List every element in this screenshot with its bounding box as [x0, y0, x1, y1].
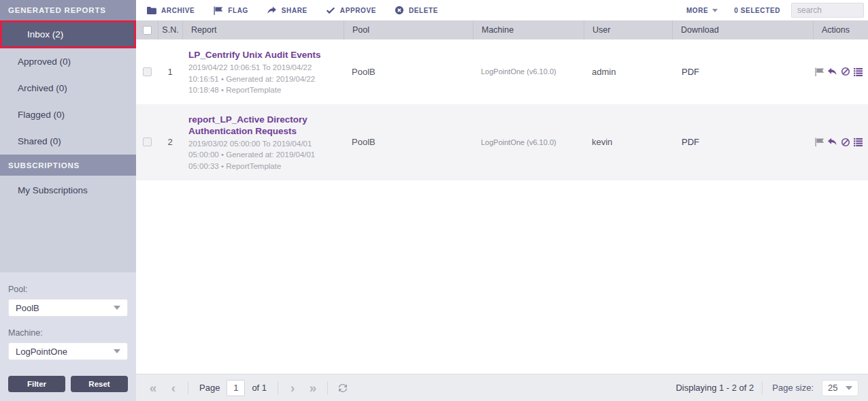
share-label: SHARE	[282, 7, 307, 14]
download-pdf-link[interactable]: PDF	[672, 104, 813, 180]
select-all-cell	[136, 20, 158, 39]
delete-button[interactable]: DELETE	[395, 5, 438, 15]
machine-dropdown-value: LogPointOne	[16, 347, 67, 357]
divider	[762, 381, 763, 395]
actions-cell	[813, 104, 868, 180]
sidebar-item-archived[interactable]: Archived (0)	[0, 75, 136, 101]
delete-circle-icon	[395, 5, 404, 15]
list-icon[interactable]	[852, 66, 864, 78]
search-input[interactable]	[791, 3, 864, 18]
chevron-down-icon	[846, 386, 852, 390]
refresh-icon[interactable]	[337, 383, 348, 394]
header-pool[interactable]: Pool	[344, 20, 473, 39]
select-all-checkbox[interactable]	[143, 26, 152, 35]
sidebar-item-approved[interactable]: Approved (0)	[0, 48, 136, 75]
divider	[278, 381, 278, 395]
table-header: S.N. Report Pool Machine User Download A…	[136, 20, 868, 39]
pool-filter-label: Pool:	[8, 285, 128, 294]
header-user[interactable]: User	[584, 20, 672, 39]
header-sn[interactable]: S.N.	[158, 20, 182, 39]
toolbar-right: MORE 0 SELECTED	[686, 3, 868, 18]
folder-icon	[146, 6, 156, 15]
machine-dropdown[interactable]: LogPointOne	[8, 342, 128, 360]
page-number-input[interactable]	[227, 380, 245, 396]
row-sn: 2	[158, 104, 182, 180]
download-pdf-link[interactable]: PDF	[672, 39, 813, 104]
actions-cell	[813, 39, 868, 104]
selected-count: 0 SELECTED	[734, 7, 780, 14]
archive-label: ARCHIVE	[161, 7, 195, 14]
share-icon	[267, 6, 277, 15]
share-button[interactable]: SHARE	[267, 6, 307, 15]
header-download[interactable]: Download	[672, 20, 813, 39]
last-page-button[interactable]: »	[303, 381, 323, 396]
chevron-down-icon	[712, 9, 718, 12]
filter-panel: Pool: PoolB Machine: LogPointOne Filter …	[0, 272, 136, 401]
report-title-link[interactable]: LP_Centrify Unix Audit Events	[188, 49, 337, 61]
machine-cell: LogPointOne (v6.10.0)	[473, 104, 584, 180]
report-meta: 2019/03/02 05:00:00 To 2019/04/01 05:00:…	[188, 138, 337, 172]
check-icon	[326, 6, 335, 14]
main-content: ARCHIVE FLAG SHARE APPROVE	[136, 0, 868, 401]
flag-icon	[213, 6, 223, 15]
pool-cell: PoolB	[344, 104, 473, 180]
page-label: Page	[199, 383, 220, 393]
pagination-bar: « ‹ Page of 1 › » Displaying 1 - 2 of 2 …	[136, 374, 868, 401]
flag-button[interactable]: FLAG	[213, 6, 248, 15]
filter-buttons-row: Filter Reset	[8, 376, 128, 392]
machine-cell: LogPointOne (v6.10.0)	[473, 39, 584, 104]
report-cell: report_LP_Active Directory Authenticatio…	[182, 104, 344, 180]
report-meta: 2019/04/22 10:06:51 To 2019/04/22 10:16:…	[188, 62, 337, 96]
divider	[327, 381, 328, 395]
sidebar-item-inbox[interactable]: Inbox (2)	[0, 20, 136, 48]
reply-icon[interactable]	[827, 66, 838, 78]
approve-button[interactable]: APPROVE	[326, 6, 376, 14]
filter-button[interactable]: Filter	[8, 376, 65, 392]
pool-dropdown-value: PoolB	[16, 303, 39, 313]
more-menu-button[interactable]: MORE	[686, 7, 718, 14]
row-checkbox[interactable]	[143, 67, 152, 76]
more-label: MORE	[686, 7, 708, 14]
first-page-button[interactable]: «	[143, 381, 163, 396]
ban-icon[interactable]	[839, 136, 851, 148]
list-icon[interactable]	[852, 136, 864, 148]
report-cell: LP_Centrify Unix Audit Events 2019/04/22…	[182, 39, 344, 104]
row-sn: 1	[158, 39, 182, 104]
prev-page-button[interactable]: ‹	[163, 381, 184, 396]
ban-icon[interactable]	[839, 66, 851, 78]
delete-label: DELETE	[409, 7, 438, 14]
header-machine[interactable]: Machine	[473, 20, 584, 39]
reply-icon[interactable]	[827, 136, 838, 148]
machine-filter-label: Machine:	[8, 328, 128, 338]
archive-button[interactable]: ARCHIVE	[146, 6, 195, 15]
report-title-link[interactable]: report_LP_Active Directory Authenticatio…	[188, 114, 337, 137]
table-row: 2 report_LP_Active Directory Authenticat…	[136, 104, 868, 180]
flag-icon[interactable]	[814, 66, 825, 78]
chevron-down-icon	[114, 306, 120, 310]
pool-cell: PoolB	[344, 39, 473, 104]
sidebar-item-flagged[interactable]: Flagged (0)	[0, 101, 136, 128]
pool-dropdown[interactable]: PoolB	[8, 299, 128, 317]
table-row: 1 LP_Centrify Unix Audit Events 2019/04/…	[136, 39, 868, 104]
sidebar-item-shared[interactable]: Shared (0)	[0, 128, 136, 155]
approve-label: APPROVE	[340, 7, 376, 14]
divider	[188, 381, 188, 395]
pagination-right: Displaying 1 - 2 of 2 Page size: 25	[675, 380, 858, 396]
sidebar: GENERATED REPORTS Inbox (2) Approved (0)…	[0, 0, 136, 401]
page-size-value: 25	[828, 383, 837, 393]
reset-button[interactable]: Reset	[71, 376, 128, 392]
section-header-subscriptions: SUBSCRIPTIONS	[0, 155, 136, 176]
row-checkbox[interactable]	[143, 138, 152, 146]
chevron-down-icon	[114, 349, 120, 353]
header-actions: Actions	[813, 20, 868, 39]
page-of-label: of 1	[252, 383, 267, 393]
sidebar-item-my-subscriptions[interactable]: My Subscriptions	[0, 176, 136, 205]
next-page-button[interactable]: ›	[282, 381, 303, 396]
section-header-generated-reports: GENERATED REPORTS	[0, 0, 136, 20]
header-report[interactable]: Report	[182, 20, 344, 39]
user-cell: kevin	[584, 104, 672, 180]
flag-icon[interactable]	[814, 136, 825, 148]
row-checkbox-cell	[136, 104, 158, 180]
page-size-dropdown[interactable]: 25	[822, 380, 858, 396]
row-checkbox-cell	[136, 39, 158, 104]
